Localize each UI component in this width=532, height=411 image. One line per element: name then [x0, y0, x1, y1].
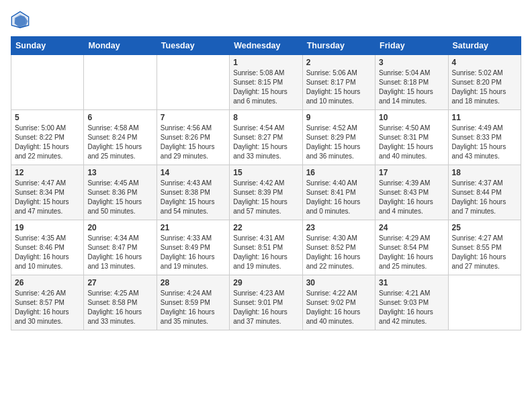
- calendar-cell: 11Sunrise: 4:49 AM Sunset: 8:33 PM Dayli…: [448, 110, 521, 165]
- calendar-cell: 28Sunrise: 4:24 AM Sunset: 8:59 PM Dayli…: [157, 275, 229, 330]
- day-number: 10: [379, 113, 444, 122]
- calendar-cell: 31Sunrise: 4:21 AM Sunset: 9:03 PM Dayli…: [375, 275, 448, 330]
- calendar-cell: 26Sunrise: 4:26 AM Sunset: 8:57 PM Dayli…: [11, 275, 84, 330]
- calendar-cell: 21Sunrise: 4:33 AM Sunset: 8:49 PM Dayli…: [157, 220, 229, 275]
- calendar-cell: 24Sunrise: 4:29 AM Sunset: 8:54 PM Dayli…: [375, 220, 448, 275]
- day-number: 27: [87, 278, 152, 287]
- day-number: 30: [306, 278, 371, 287]
- cell-content: Sunrise: 4:25 AM Sunset: 8:58 PM Dayligh…: [87, 289, 152, 326]
- day-number: 25: [452, 223, 517, 232]
- cell-content: Sunrise: 4:49 AM Sunset: 8:33 PM Dayligh…: [452, 124, 517, 161]
- calendar-cell: [157, 55, 229, 110]
- day-number: 15: [233, 168, 298, 177]
- calendar-cell: [84, 55, 157, 110]
- cell-content: Sunrise: 4:54 AM Sunset: 8:27 PM Dayligh…: [233, 124, 298, 161]
- day-number: 23: [306, 223, 371, 232]
- day-number: 29: [233, 278, 298, 287]
- calendar-cell: 17Sunrise: 4:39 AM Sunset: 8:43 PM Dayli…: [375, 165, 448, 220]
- day-number: 13: [87, 168, 152, 177]
- calendar-cell: 7Sunrise: 4:56 AM Sunset: 8:26 PM Daylig…: [157, 110, 229, 165]
- calendar-cell: [11, 55, 84, 110]
- cell-content: Sunrise: 5:06 AM Sunset: 8:17 PM Dayligh…: [306, 68, 371, 106]
- calendar-cell: 1Sunrise: 5:08 AM Sunset: 8:15 PM Daylig…: [230, 55, 302, 110]
- cell-content: Sunrise: 4:23 AM Sunset: 9:01 PM Dayligh…: [233, 289, 298, 326]
- cell-content: Sunrise: 4:33 AM Sunset: 8:49 PM Dayligh…: [161, 234, 226, 271]
- cell-content: Sunrise: 4:56 AM Sunset: 8:26 PM Dayligh…: [161, 124, 226, 161]
- calendar-cell: 16Sunrise: 4:40 AM Sunset: 8:41 PM Dayli…: [302, 165, 375, 220]
- day-number: 17: [379, 168, 444, 177]
- day-header-thursday: Thursday: [302, 37, 375, 55]
- day-number: 2: [306, 58, 371, 67]
- cell-content: Sunrise: 4:24 AM Sunset: 8:59 PM Dayligh…: [161, 289, 226, 326]
- calendar-cell: 8Sunrise: 4:54 AM Sunset: 8:27 PM Daylig…: [230, 110, 302, 165]
- cell-content: Sunrise: 4:50 AM Sunset: 8:31 PM Dayligh…: [379, 124, 444, 161]
- day-number: 28: [161, 278, 226, 287]
- day-number: 14: [161, 168, 226, 177]
- days-header-row: SundayMondayTuesdayWednesdayThursdayFrid…: [11, 37, 521, 55]
- calendar-cell: 10Sunrise: 4:50 AM Sunset: 8:31 PM Dayli…: [375, 110, 448, 165]
- day-number: 1: [233, 58, 298, 67]
- calendar-table: SundayMondayTuesdayWednesdayThursdayFrid…: [11, 36, 521, 330]
- calendar-cell: [448, 275, 521, 330]
- cell-content: Sunrise: 4:26 AM Sunset: 8:57 PM Dayligh…: [15, 289, 80, 326]
- cell-content: Sunrise: 4:22 AM Sunset: 9:02 PM Dayligh…: [306, 289, 371, 326]
- cell-content: Sunrise: 4:27 AM Sunset: 8:55 PM Dayligh…: [452, 234, 517, 271]
- cell-content: Sunrise: 4:37 AM Sunset: 8:44 PM Dayligh…: [452, 179, 517, 216]
- calendar-cell: 25Sunrise: 4:27 AM Sunset: 8:55 PM Dayli…: [448, 220, 521, 275]
- cell-content: Sunrise: 4:29 AM Sunset: 8:54 PM Dayligh…: [379, 234, 444, 271]
- day-header-monday: Monday: [84, 37, 157, 55]
- calendar-cell: 15Sunrise: 4:42 AM Sunset: 8:39 PM Dayli…: [230, 165, 302, 220]
- week-row-5: 26Sunrise: 4:26 AM Sunset: 8:57 PM Dayli…: [11, 275, 521, 330]
- calendar-cell: 5Sunrise: 5:00 AM Sunset: 8:22 PM Daylig…: [11, 110, 84, 165]
- calendar-cell: 2Sunrise: 5:06 AM Sunset: 8:17 PM Daylig…: [302, 55, 375, 110]
- calendar-cell: 12Sunrise: 4:47 AM Sunset: 8:34 PM Dayli…: [11, 165, 84, 220]
- week-row-3: 12Sunrise: 4:47 AM Sunset: 8:34 PM Dayli…: [11, 165, 521, 220]
- calendar-cell: 29Sunrise: 4:23 AM Sunset: 9:01 PM Dayli…: [230, 275, 302, 330]
- day-number: 5: [15, 113, 80, 122]
- week-row-2: 5Sunrise: 5:00 AM Sunset: 8:22 PM Daylig…: [11, 110, 521, 165]
- day-number: 4: [452, 58, 517, 67]
- day-number: 26: [15, 278, 80, 287]
- calendar-cell: 23Sunrise: 4:30 AM Sunset: 8:52 PM Dayli…: [302, 220, 375, 275]
- calendar-cell: 22Sunrise: 4:31 AM Sunset: 8:51 PM Dayli…: [230, 220, 302, 275]
- cell-content: Sunrise: 4:52 AM Sunset: 8:29 PM Dayligh…: [306, 124, 371, 161]
- page-header: [11, 11, 521, 30]
- cell-content: Sunrise: 4:47 AM Sunset: 8:34 PM Dayligh…: [15, 179, 80, 216]
- calendar-cell: 19Sunrise: 4:35 AM Sunset: 8:46 PM Dayli…: [11, 220, 84, 275]
- calendar-cell: 9Sunrise: 4:52 AM Sunset: 8:29 PM Daylig…: [302, 110, 375, 165]
- day-header-wednesday: Wednesday: [230, 37, 302, 55]
- week-row-4: 19Sunrise: 4:35 AM Sunset: 8:46 PM Dayli…: [11, 220, 521, 275]
- day-number: 22: [233, 223, 298, 232]
- cell-content: Sunrise: 4:58 AM Sunset: 8:24 PM Dayligh…: [87, 124, 152, 161]
- calendar-cell: 20Sunrise: 4:34 AM Sunset: 8:47 PM Dayli…: [84, 220, 157, 275]
- day-number: 18: [452, 168, 517, 177]
- day-number: 9: [306, 113, 371, 122]
- day-number: 20: [87, 223, 152, 232]
- day-number: 31: [379, 278, 444, 287]
- day-number: 3: [379, 58, 444, 67]
- day-number: 24: [379, 223, 444, 232]
- calendar-cell: 27Sunrise: 4:25 AM Sunset: 8:58 PM Dayli…: [84, 275, 157, 330]
- calendar-cell: 4Sunrise: 5:02 AM Sunset: 8:20 PM Daylig…: [448, 55, 521, 110]
- day-number: 21: [161, 223, 226, 232]
- cell-content: Sunrise: 4:45 AM Sunset: 8:36 PM Dayligh…: [87, 179, 152, 216]
- cell-content: Sunrise: 4:42 AM Sunset: 8:39 PM Dayligh…: [233, 179, 298, 216]
- cell-content: Sunrise: 4:31 AM Sunset: 8:51 PM Dayligh…: [233, 234, 298, 271]
- calendar-cell: 13Sunrise: 4:45 AM Sunset: 8:36 PM Dayli…: [84, 165, 157, 220]
- calendar-cell: 14Sunrise: 4:43 AM Sunset: 8:38 PM Dayli…: [157, 165, 229, 220]
- day-header-tuesday: Tuesday: [157, 37, 229, 55]
- logo: [11, 11, 32, 30]
- day-number: 19: [15, 223, 80, 232]
- cell-content: Sunrise: 5:02 AM Sunset: 8:20 PM Dayligh…: [452, 68, 517, 106]
- cell-content: Sunrise: 4:40 AM Sunset: 8:41 PM Dayligh…: [306, 179, 371, 216]
- calendar-cell: 6Sunrise: 4:58 AM Sunset: 8:24 PM Daylig…: [84, 110, 157, 165]
- day-number: 8: [233, 113, 298, 122]
- day-number: 6: [87, 113, 152, 122]
- logo-icon: [11, 11, 30, 30]
- cell-content: Sunrise: 4:21 AM Sunset: 9:03 PM Dayligh…: [379, 289, 444, 326]
- day-header-saturday: Saturday: [448, 37, 521, 55]
- cell-content: Sunrise: 4:39 AM Sunset: 8:43 PM Dayligh…: [379, 179, 444, 216]
- cell-content: Sunrise: 4:43 AM Sunset: 8:38 PM Dayligh…: [161, 179, 226, 216]
- cell-content: Sunrise: 4:34 AM Sunset: 8:47 PM Dayligh…: [87, 234, 152, 271]
- cell-content: Sunrise: 4:30 AM Sunset: 8:52 PM Dayligh…: [306, 234, 371, 271]
